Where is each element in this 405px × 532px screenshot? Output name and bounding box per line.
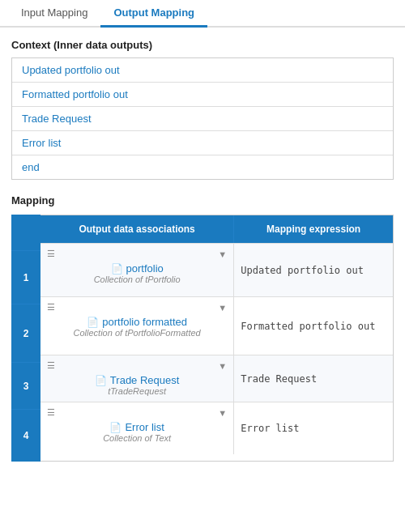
output-type-2: Collection of tPortfolioFormatted	[47, 328, 227, 338]
cell-mapping-4: Error list	[234, 402, 393, 454]
table-row: ☰ ▼ 📄 portfolio Collection of tPortfolio…	[40, 243, 393, 296]
tabs-bar: Input Mapping Output Mapping	[0, 0, 405, 28]
hamburger-icon-3[interactable]: ☰	[47, 360, 55, 371]
file-icon-2: 📄	[87, 317, 99, 328]
cell-mapping-1: Updated portfolio out	[234, 244, 393, 296]
hamburger-icon-1[interactable]: ☰	[47, 249, 55, 259]
file-icon-3: 📄	[95, 375, 107, 386]
row-number-1: 1	[11, 250, 40, 304]
hamburger-icon-4[interactable]: ☰	[47, 407, 55, 418]
tab-output-mapping[interactable]: Output Mapping	[100, 0, 207, 28]
cell-top-bar-3: ☰ ▼	[47, 360, 227, 371]
context-section-title: Context (Inner data outputs)	[0, 39, 405, 57]
cell-top-bar-2: ☰ ▼	[47, 302, 227, 313]
col-header-output: Output data associations	[40, 215, 234, 243]
output-name-4: 📄 Error list	[47, 421, 227, 433]
dropdown-arrow-2[interactable]: ▼	[218, 303, 227, 313]
output-type-4: Collection of Text	[47, 433, 227, 443]
dropdown-arrow-4[interactable]: ▼	[218, 408, 227, 418]
output-type-3: tTradeRequest	[47, 386, 227, 396]
context-item-1[interactable]: Formatted portfolio out	[12, 83, 393, 107]
row-num-header	[11, 215, 40, 250]
context-item-0[interactable]: Updated portfolio out	[12, 58, 393, 83]
cell-mapping-2: Formatted portfolio out	[234, 297, 393, 355]
mapping-data-table: Output data associations Mapping express…	[40, 215, 394, 462]
context-item-2[interactable]: Trade Request	[12, 107, 393, 131]
file-icon-4: 📄	[109, 422, 122, 433]
cell-mapping-3: Trade Request	[234, 355, 393, 402]
output-name-2: 📄 portfolio formatted	[47, 316, 227, 328]
dropdown-arrow-3[interactable]: ▼	[218, 361, 227, 371]
row-numbers-column: 1 2 3 4	[11, 215, 40, 462]
output-name-1: 📄 portfolio	[47, 262, 227, 275]
cell-top-bar-1: ☰ ▼	[47, 249, 227, 259]
table-row: ☰ ▼ 📄 portfolio formatted Collection of …	[40, 296, 393, 355]
dropdown-arrow-1[interactable]: ▼	[218, 249, 227, 259]
row-number-3: 3	[11, 362, 40, 409]
context-item-3[interactable]: Error list	[12, 131, 393, 155]
table-row: ☰ ▼ 📄 Error list Collection of Text Erro…	[40, 402, 393, 454]
row-number-4: 4	[11, 409, 40, 462]
hamburger-icon-2[interactable]: ☰	[47, 302, 55, 313]
mapping-section-title: Mapping	[0, 194, 405, 215]
context-list: Updated portfolio out Formatted portfoli…	[11, 57, 394, 180]
col-header-mapping: Mapping expression	[234, 215, 393, 243]
mapping-header-row: Output data associations Mapping express…	[40, 215, 393, 243]
output-type-1: Collection of tPortfolio	[47, 275, 227, 284]
cell-top-bar-4: ☰ ▼	[47, 407, 227, 418]
file-icon-1: 📄	[111, 263, 123, 275]
table-row: ☰ ▼ 📄 Trade Request tTradeRequest Trade …	[40, 355, 393, 402]
context-item-4[interactable]: end	[12, 155, 393, 179]
cell-output-3: ☰ ▼ 📄 Trade Request tTradeRequest	[40, 355, 234, 402]
output-name-3: 📄 Trade Request	[47, 374, 227, 386]
cell-output-1: ☰ ▼ 📄 portfolio Collection of tPortfolio	[40, 244, 234, 296]
row-number-2: 2	[11, 304, 40, 362]
cell-output-2: ☰ ▼ 📄 portfolio formatted Collection of …	[40, 297, 234, 355]
cell-output-4: ☰ ▼ 📄 Error list Collection of Text	[40, 402, 234, 454]
mapping-table: 1 2 3 4 Output data associations Mapping…	[11, 215, 394, 462]
tab-input-mapping[interactable]: Input Mapping	[8, 0, 100, 28]
